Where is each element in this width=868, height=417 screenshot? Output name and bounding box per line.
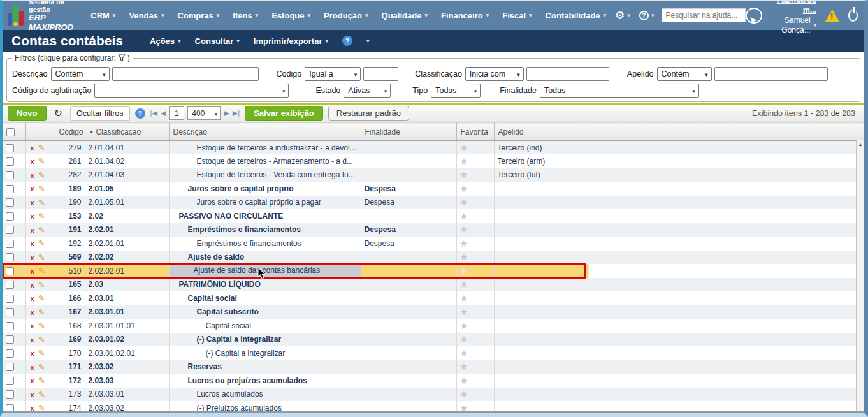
favorite-star-icon[interactable]: ★ <box>460 238 468 249</box>
row-checkbox[interactable] <box>6 349 14 358</box>
delete-icon[interactable]: x <box>31 336 34 344</box>
menu-contabilidade[interactable]: Contabilidade▾ <box>546 11 606 20</box>
codigo-operator-select[interactable]: Igual a▾ <box>305 67 361 81</box>
menu-financeiro[interactable]: Financeiro▾ <box>441 11 489 20</box>
menu-compras[interactable]: Compras▾ <box>177 11 219 20</box>
descricao-filter-input[interactable] <box>112 67 259 81</box>
row-checkbox[interactable] <box>6 322 14 330</box>
filters-legend[interactable]: Filtros (clique para configurar: ) <box>12 54 133 62</box>
menu-fiscal[interactable]: Fiscal▾ <box>502 11 532 20</box>
edit-icon[interactable]: ✎ <box>38 211 45 221</box>
delete-icon[interactable]: x <box>31 199 34 207</box>
delete-icon[interactable]: x <box>31 309 34 316</box>
row-checkbox[interactable] <box>6 335 14 344</box>
row-checkbox[interactable] <box>6 226 14 234</box>
menu-acoes[interactable]: Ações▾ <box>150 36 181 46</box>
delete-icon[interactable]: x <box>31 349 34 357</box>
row-checkbox[interactable] <box>6 377 14 385</box>
favorite-star-icon[interactable]: ★ <box>460 321 468 331</box>
delete-icon[interactable]: x <box>31 322 34 330</box>
row-checkbox[interactable] <box>6 363 14 371</box>
edit-icon[interactable]: ✎ <box>38 362 45 372</box>
select-all-checkbox[interactable] <box>6 128 15 136</box>
edit-icon[interactable]: ✎ <box>38 293 45 303</box>
delete-icon[interactable]: x <box>31 185 34 193</box>
favorite-star-icon[interactable]: ★ <box>460 224 468 235</box>
warning-icon[interactable]: ! <box>825 10 839 22</box>
favorite-star-icon[interactable]: ★ <box>460 252 468 262</box>
apelido-filter-input[interactable] <box>714 67 828 81</box>
edit-icon[interactable]: ✎ <box>38 156 45 166</box>
new-button[interactable]: Novo <box>8 106 47 121</box>
delete-icon[interactable]: x <box>31 295 34 302</box>
page-help-icon[interactable]: ? <box>342 36 352 46</box>
company-link[interactable]: Fábrica de m... <box>771 1 816 16</box>
delete-icon[interactable]: x <box>31 157 34 165</box>
scroll-down-icon[interactable]: ▼ <box>857 411 864 413</box>
favorite-star-icon[interactable]: ★ <box>460 403 468 413</box>
favorite-star-icon[interactable]: ★ <box>460 170 468 180</box>
menu-crm[interactable]: CRM▾ <box>90 11 115 20</box>
edit-icon[interactable]: ✎ <box>38 390 45 399</box>
grid-help-icon[interactable]: ? <box>135 108 145 119</box>
codigo-filter-input[interactable] <box>363 67 398 81</box>
row-checkbox[interactable] <box>6 185 14 193</box>
row-checkbox[interactable] <box>6 281 14 289</box>
row-checkbox[interactable] <box>6 212 14 221</box>
favorite-star-icon[interactable]: ★ <box>460 211 468 221</box>
edit-icon[interactable]: ✎ <box>38 198 45 207</box>
row-checkbox[interactable] <box>6 390 14 399</box>
edit-icon[interactable]: ✎ <box>38 348 45 358</box>
refresh-icon[interactable]: ↻ <box>52 107 65 119</box>
edit-icon[interactable]: ✎ <box>38 252 45 262</box>
favorita-header[interactable]: Favorita <box>456 123 494 141</box>
tipo-select[interactable]: Todas▾ <box>431 84 481 98</box>
next-page-icon[interactable]: ▶ <box>224 109 229 117</box>
menu-vendas[interactable]: Vendas▾ <box>129 11 164 20</box>
edit-icon[interactable]: ✎ <box>38 307 45 317</box>
menu-itens[interactable]: Itens▾ <box>233 11 258 20</box>
edit-icon[interactable]: ✎ <box>38 376 45 385</box>
aglutinacao-select[interactable]: ▾ <box>94 84 289 98</box>
favorite-star-icon[interactable]: ★ <box>460 307 468 317</box>
first-page-icon[interactable]: |◀ <box>150 109 157 117</box>
delete-icon[interactable]: x <box>31 404 34 412</box>
edit-icon[interactable]: ✎ <box>38 143 45 152</box>
menu-imprimir-exportar[interactable]: Imprimir/exportar▾ <box>254 36 328 46</box>
favorite-star-icon[interactable]: ★ <box>460 348 468 358</box>
menu-consultar[interactable]: Consultar▾ <box>195 36 240 46</box>
row-checkbox[interactable] <box>6 404 14 413</box>
edit-icon[interactable]: ✎ <box>38 225 45 235</box>
help-search-input[interactable] <box>662 8 746 22</box>
finalidade-select[interactable]: Todas▾ <box>540 84 699 98</box>
delete-icon[interactable]: x <box>31 377 34 384</box>
descricao-operator-select[interactable]: Contém▾ <box>51 67 110 81</box>
menu-qualidade[interactable]: Qualidade▾ <box>382 11 428 20</box>
favorite-star-icon[interactable]: ★ <box>460 362 468 372</box>
descricao-header[interactable]: Descrição <box>169 123 361 141</box>
row-checkbox[interactable] <box>6 198 14 207</box>
delete-icon[interactable]: x <box>31 172 34 179</box>
delete-icon[interactable]: x <box>31 267 34 275</box>
edit-icon[interactable]: ✎ <box>38 280 45 289</box>
row-checkbox[interactable] <box>6 157 14 166</box>
chat-bubble-icon[interactable] <box>746 8 762 24</box>
favorite-star-icon[interactable]: ★ <box>460 156 468 166</box>
row-checkbox[interactable] <box>6 295 14 303</box>
favorite-star-icon[interactable]: ★ <box>460 197 468 207</box>
edit-icon[interactable]: ✎ <box>38 321 45 330</box>
finalidade-header[interactable]: Finalidade <box>361 123 456 141</box>
prev-page-icon[interactable]: ◀ <box>161 109 166 117</box>
codigo-header[interactable]: Código <box>55 123 85 141</box>
delete-icon[interactable]: x <box>31 363 34 371</box>
estado-select[interactable]: Ativas▾ <box>344 84 391 98</box>
restore-default-button[interactable]: Restaurar padrão <box>328 106 409 121</box>
settings-menu[interactable]: ⚙ ▾ <box>615 9 630 22</box>
page-size-select[interactable]: 400▾ <box>187 106 221 120</box>
row-checkbox[interactable] <box>6 308 14 316</box>
favorite-star-icon[interactable]: ★ <box>460 184 468 194</box>
row-checkbox[interactable] <box>6 253 14 261</box>
hide-filters-button[interactable]: Ocultar filtros <box>70 106 130 121</box>
favorite-star-icon[interactable]: ★ <box>460 143 468 153</box>
row-checkbox[interactable] <box>6 171 14 179</box>
